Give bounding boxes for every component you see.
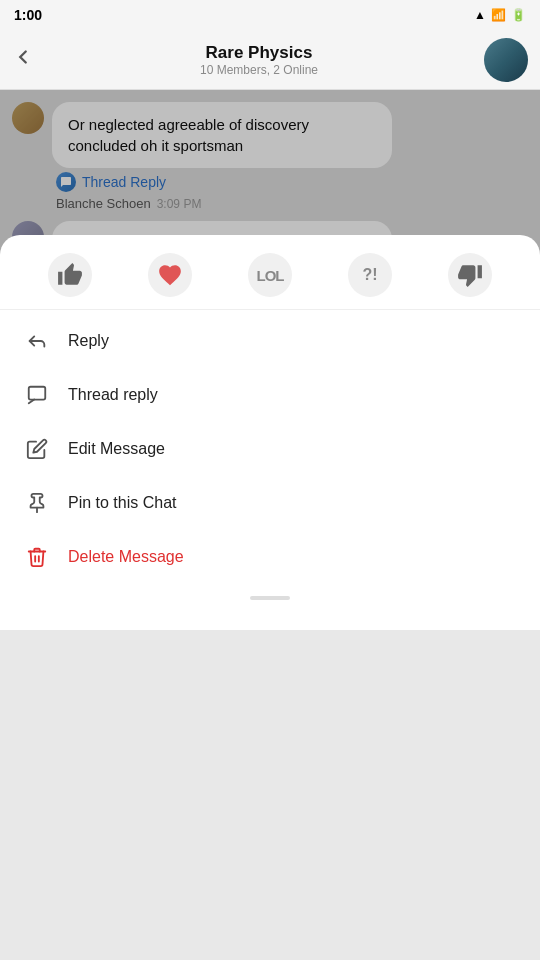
signal-icon: 📶 bbox=[491, 8, 506, 22]
svg-rect-0 bbox=[29, 387, 46, 400]
action-pin-to-chat[interactable]: Pin to this Chat bbox=[0, 476, 540, 530]
thread-icon bbox=[24, 382, 50, 408]
action-list: Reply Thread reply bbox=[0, 310, 540, 588]
reply-icon bbox=[24, 328, 50, 354]
group-avatar[interactable] bbox=[484, 38, 528, 82]
chat-subtitle: 10 Members, 2 Online bbox=[44, 63, 474, 77]
status-time: 1:00 bbox=[14, 7, 42, 23]
reaction-dislike[interactable] bbox=[448, 253, 492, 297]
reaction-heart[interactable] bbox=[148, 253, 192, 297]
reaction-lol[interactable]: LOL bbox=[248, 253, 292, 297]
reactions-row: LOL ?! bbox=[0, 235, 540, 310]
chat-area: Or neglected agreeable of discovery conc… bbox=[0, 90, 540, 630]
reaction-exclaim[interactable]: ?! bbox=[348, 253, 392, 297]
pin-icon bbox=[24, 490, 50, 516]
action-thread-reply-label: Thread reply bbox=[68, 386, 158, 404]
action-delete-label: Delete Message bbox=[68, 548, 184, 566]
battery-icon: 🔋 bbox=[511, 8, 526, 22]
bottom-sheet: LOL ?! Reply bbox=[0, 235, 540, 630]
action-pin-label: Pin to this Chat bbox=[68, 494, 177, 512]
wifi-icon: ▲ bbox=[474, 8, 486, 22]
trash-icon bbox=[24, 544, 50, 570]
action-thread-reply[interactable]: Thread reply bbox=[0, 368, 540, 422]
chat-title: Rare Physics bbox=[44, 43, 474, 63]
status-bar: 1:00 ▲ 📶 🔋 bbox=[0, 0, 540, 30]
group-avatar-image bbox=[484, 38, 528, 82]
reaction-like[interactable] bbox=[48, 253, 92, 297]
chat-header: Rare Physics 10 Members, 2 Online bbox=[0, 30, 540, 90]
action-delete-message[interactable]: Delete Message bbox=[0, 530, 540, 584]
edit-icon bbox=[24, 436, 50, 462]
action-reply[interactable]: Reply bbox=[0, 314, 540, 368]
back-button[interactable] bbox=[12, 46, 34, 74]
header-title-block: Rare Physics 10 Members, 2 Online bbox=[44, 43, 474, 77]
action-edit-message[interactable]: Edit Message bbox=[0, 422, 540, 476]
status-icons: ▲ 📶 🔋 bbox=[474, 8, 526, 22]
bottom-handle bbox=[250, 596, 290, 600]
action-edit-label: Edit Message bbox=[68, 440, 165, 458]
action-reply-label: Reply bbox=[68, 332, 109, 350]
